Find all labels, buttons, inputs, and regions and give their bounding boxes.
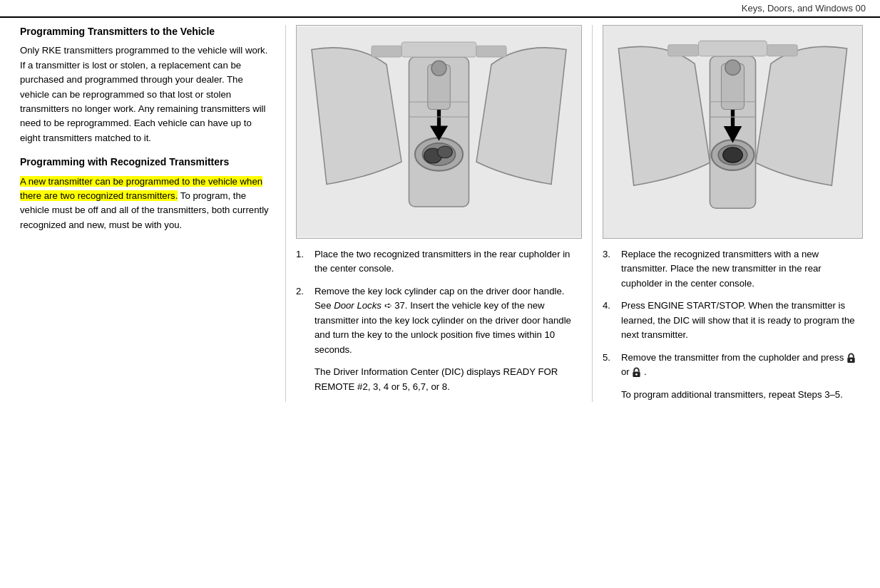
- header-text: Keys, Doors, and Windows 00: [742, 3, 866, 14]
- svg-point-30: [850, 359, 852, 361]
- lock-icon-2: [632, 367, 641, 378]
- step4-text: Press ENGINE START/STOP. When the transm…: [621, 299, 863, 342]
- svg-point-5: [437, 146, 452, 158]
- svg-point-23: [725, 60, 740, 75]
- svg-rect-14: [476, 46, 506, 57]
- svg-rect-13: [372, 46, 401, 57]
- right-column: 3. Replace the recognized transmitters w…: [592, 25, 873, 402]
- step5-text: Remove the transmitter from the cupholde…: [621, 351, 863, 380]
- svg-rect-26: [698, 41, 767, 56]
- content-area: Programming Transmitters to the Vehicle …: [0, 18, 880, 409]
- steps-list-mid: 1. Place the two recognized transmitters…: [296, 247, 582, 357]
- section2-title: Programming with Recognized Transmitters: [20, 155, 275, 168]
- steps-list-right: 3. Replace the recognized transmitters w…: [603, 247, 863, 380]
- step-1-item: 1. Place the two recognized transmitters…: [296, 247, 582, 277]
- step1-text: Place the two recognized transmitters in…: [314, 247, 582, 277]
- step-3-item: 3. Replace the recognized transmitters w…: [603, 247, 863, 291]
- step-2-item: 2. Remove the key lock cylinder cap on t…: [296, 284, 582, 357]
- svg-point-9: [431, 61, 446, 76]
- step-5-item: 5. Remove the transmitter from the cupho…: [603, 351, 863, 380]
- step2-text: Remove the key lock cylinder cap on the …: [314, 284, 582, 357]
- section2-body: A new transmitter can be programmed to t…: [20, 175, 275, 233]
- middle-column: 1. Place the two recognized transmitters…: [285, 25, 592, 402]
- svg-rect-27: [668, 44, 699, 56]
- svg-point-32: [635, 373, 638, 376]
- svg-point-19: [723, 147, 743, 162]
- diagram-middle: [296, 25, 582, 239]
- page-header: Keys, Doors, and Windows 00: [0, 0, 880, 18]
- car-diagram-svg-mid: [297, 27, 581, 237]
- left-column: Programming Transmitters to the Vehicle …: [7, 25, 285, 402]
- step-4-item: 4. Press ENGINE START/STOP. When the tra…: [603, 299, 863, 342]
- step3-text: Replace the recognized transmitters with…: [621, 247, 863, 291]
- svg-rect-28: [767, 44, 798, 56]
- lock-icon-1: [846, 353, 856, 363]
- step2-italic: Door Locks: [334, 300, 382, 311]
- section1-title: Programming Transmitters to the Vehicle: [20, 25, 275, 38]
- svg-rect-12: [401, 42, 476, 57]
- step5-subnote: To program additional transmitters, repe…: [621, 388, 863, 402]
- section1-body: Only RKE transmitters programmed to the …: [20, 43, 275, 145]
- car-diagram-svg-right: [603, 26, 862, 239]
- dic-note: The Driver Information Center (DIC) disp…: [314, 365, 582, 394]
- diagram-right: [603, 25, 863, 239]
